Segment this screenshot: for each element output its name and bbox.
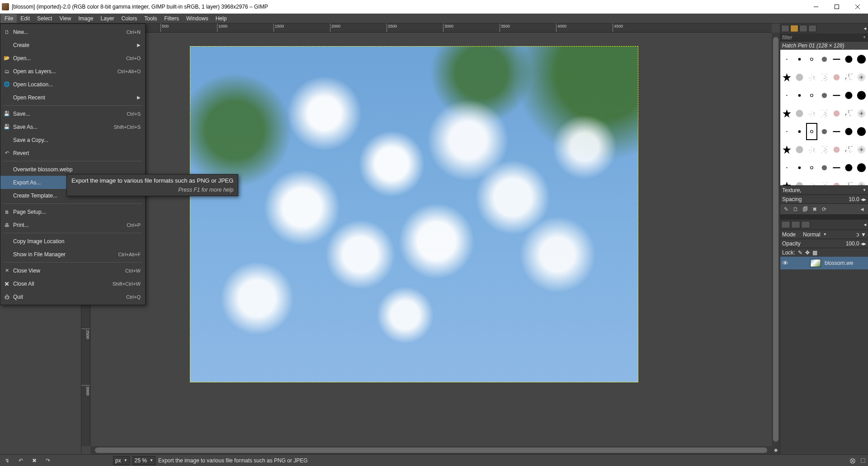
brush-cell[interactable] xyxy=(818,69,830,86)
brush-cell[interactable] xyxy=(818,87,830,104)
dock-menu-button[interactable]: ◄ xyxy=(863,26,867,31)
file-menu-close-all[interactable]: 🗙Close AllShift+Ctrl+W xyxy=(0,277,145,290)
duplicate-brush-icon[interactable]: 🗐 xyxy=(801,205,809,213)
brush-cell[interactable] xyxy=(781,141,793,158)
canvas-image[interactable] xyxy=(190,46,638,382)
file-menu-open[interactable]: 📂Open...Ctrl+O xyxy=(0,52,145,65)
visibility-icon[interactable]: 👁 xyxy=(782,259,788,267)
tab-history[interactable] xyxy=(808,25,816,32)
tab-fonts[interactable] xyxy=(799,25,807,32)
tab-brushes[interactable] xyxy=(781,25,789,32)
ruler-horizontal[interactable]: 050010001500200025003000350040004500 xyxy=(90,24,772,33)
brush-cell[interactable] xyxy=(843,177,854,185)
brush-cell[interactable] xyxy=(856,141,867,158)
file-menu-open-as-layers[interactable]: 🗂Open as Layers...Ctrl+Alt+O xyxy=(0,65,145,78)
brush-cell[interactable] xyxy=(781,123,793,140)
brush-cell[interactable] xyxy=(781,69,793,86)
resize-grip[interactable] xyxy=(861,458,865,463)
brush-cell[interactable] xyxy=(781,105,793,122)
brush-cell[interactable] xyxy=(831,51,842,68)
layer-mode-row[interactable]: Mode Normal ▼ ɔ ▼ xyxy=(780,230,868,239)
status-redo-icon[interactable]: ↷ xyxy=(42,456,53,465)
file-menu-save-as[interactable]: 💾Save As...Shift+Ctrl+S xyxy=(0,120,145,133)
file-menu-close-view[interactable]: ✕Close ViewCtrl+W xyxy=(0,264,145,277)
tab-paths[interactable] xyxy=(801,221,810,228)
tab-patterns[interactable] xyxy=(790,25,798,32)
file-menu-save-a-copy[interactable]: Save a Copy... xyxy=(0,133,145,146)
file-menu-open-recent[interactable]: Open Recent▶ xyxy=(0,91,145,104)
brush-cell[interactable] xyxy=(793,177,805,185)
brush-cell[interactable] xyxy=(856,69,867,86)
brush-filter-field[interactable]: filter▼ xyxy=(780,33,868,42)
file-menu-print[interactable]: 🖶Print...Ctrl+P xyxy=(0,218,145,231)
brush-cell[interactable] xyxy=(806,177,817,185)
status-delete-icon[interactable]: ✖ xyxy=(29,456,40,465)
window-minimize-button[interactable] xyxy=(806,0,826,14)
brush-cell[interactable] xyxy=(843,141,854,158)
brush-cell[interactable] xyxy=(843,87,854,104)
spacing-row[interactable]: Spacing10.0 ◂▸ xyxy=(780,194,868,203)
file-menu-create[interactable]: Create▶ xyxy=(0,38,145,52)
brush-cell[interactable] xyxy=(843,159,854,176)
brush-cell[interactable] xyxy=(831,177,842,185)
brush-cell[interactable] xyxy=(843,69,854,86)
nav-preview-button[interactable]: ✥ xyxy=(772,446,780,454)
menu-layer[interactable]: Layer xyxy=(97,14,118,23)
layer-name[interactable]: blossom.we xyxy=(825,260,853,266)
texture-row[interactable]: Texture,▼ xyxy=(780,185,868,194)
brush-cell[interactable] xyxy=(806,159,817,176)
file-menu-revert[interactable]: ↶Revert xyxy=(0,146,145,160)
brush-cell[interactable] xyxy=(793,159,805,176)
file-menu-page-setup[interactable]: 🗎Page Setup... xyxy=(0,205,145,218)
file-menu-quit[interactable]: ⏻QuitCtrl+Q xyxy=(0,290,145,303)
brush-cell[interactable] xyxy=(818,105,830,122)
brush-cell[interactable] xyxy=(781,159,793,176)
brush-cell[interactable] xyxy=(806,87,817,104)
scrollbar-vertical[interactable] xyxy=(772,33,780,446)
menu-colors[interactable]: Colors xyxy=(118,14,141,23)
brush-cell[interactable] xyxy=(793,123,805,140)
menu-windows[interactable]: Windows xyxy=(183,14,212,23)
tab-channels[interactable] xyxy=(791,221,800,228)
brush-cell[interactable] xyxy=(831,141,842,158)
zoom-combo[interactable]: 25 %▼ xyxy=(132,456,156,465)
lock-pixel-icon[interactable]: ✎ xyxy=(798,249,802,256)
layer-row[interactable]: 👁 blossom.we xyxy=(780,257,868,269)
new-brush-icon[interactable]: 🗋 xyxy=(792,205,800,213)
brush-cell[interactable] xyxy=(831,105,842,122)
menu-tools[interactable]: Tools xyxy=(141,14,160,23)
layers-dock-menu-button[interactable]: ◄ xyxy=(863,222,867,227)
file-menu-show-in-file-manager[interactable]: Show in File ManagerCtrl+Alt+F xyxy=(0,248,145,261)
edit-brush-icon[interactable]: ✎ xyxy=(782,205,790,213)
lock-position-icon[interactable]: ✥ xyxy=(805,249,810,256)
canvas-viewport[interactable] xyxy=(90,33,772,446)
menu-select[interactable]: Select xyxy=(33,14,56,23)
brush-cell[interactable] xyxy=(831,123,842,140)
brush-cell[interactable] xyxy=(843,123,854,140)
delete-brush-icon[interactable]: ✖ xyxy=(811,205,819,213)
brush-cell[interactable] xyxy=(856,159,867,176)
brush-cell[interactable] xyxy=(781,177,793,185)
brush-cell[interactable] xyxy=(793,69,805,86)
brush-cell[interactable] xyxy=(806,105,817,122)
brush-cell[interactable] xyxy=(856,87,867,104)
scrollbar-horizontal[interactable] xyxy=(90,446,772,454)
unit-combo[interactable]: px▼ xyxy=(113,456,130,465)
refresh-brush-icon[interactable]: ⟳ xyxy=(820,205,828,213)
brush-cell[interactable] xyxy=(806,51,817,68)
menu-help[interactable]: Help xyxy=(212,14,231,23)
window-close-button[interactable] xyxy=(847,0,868,14)
brush-cell[interactable] xyxy=(856,105,867,122)
menu-view[interactable]: View xyxy=(56,14,75,23)
brush-cell[interactable] xyxy=(818,177,830,185)
brush-cell[interactable] xyxy=(831,87,842,104)
brush-cell[interactable] xyxy=(818,159,830,176)
brush-cell[interactable] xyxy=(781,51,793,68)
menu-filters[interactable]: Filters xyxy=(160,14,183,23)
brush-cell[interactable] xyxy=(793,51,805,68)
menu-edit[interactable]: Edit xyxy=(17,14,33,23)
brush-cell[interactable] xyxy=(806,123,817,140)
layer-thumbnail[interactable] xyxy=(810,259,821,267)
layer-opacity-row[interactable]: Opacity 100.0 ◂▸ xyxy=(780,239,868,248)
brush-cell[interactable] xyxy=(856,51,867,68)
